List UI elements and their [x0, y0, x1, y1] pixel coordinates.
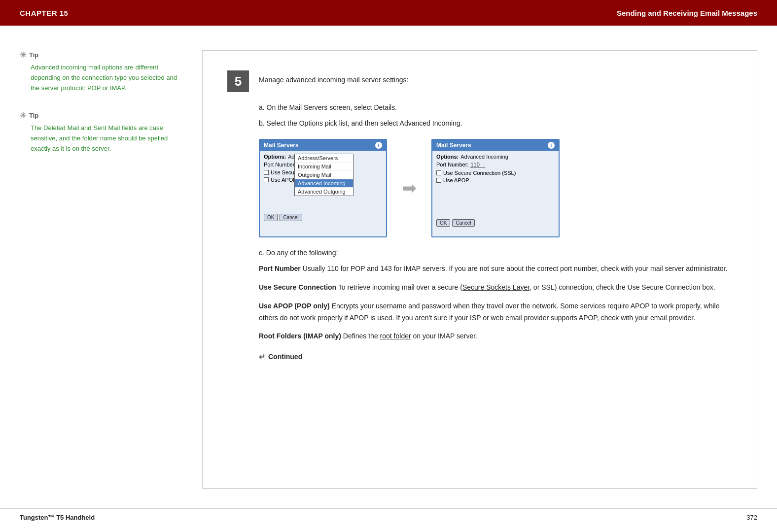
page-header: CHAPTER 15 Sending and Receiving Email M… — [0, 0, 777, 26]
right-port-label: Port Number: — [436, 162, 468, 167]
left-apop-label: Use APOP — [271, 177, 297, 183]
right-screen-header: Mail Servers i — [432, 140, 559, 151]
field-name-apop: Use APOP (POP only) — [259, 302, 330, 310]
dropdown-item-5[interactable]: Advanced Outgoing — [295, 188, 353, 196]
sidebar: ✳ Tip Advanced incoming mail options are… — [20, 50, 187, 489]
page-body: ✳ Tip Advanced incoming mail options are… — [0, 26, 777, 508]
footer-brand: Tungsten™ T5 Handheld — [20, 514, 95, 521]
left-secure-checkbox[interactable] — [264, 170, 269, 175]
continued-block: ↵ Continued — [259, 350, 732, 364]
right-cancel-button[interactable]: Cancel — [452, 219, 474, 227]
dropdown-item-3[interactable]: Outgoing Mail — [295, 171, 353, 179]
left-screen-body: Options: Address/Servers ▼ Port Number: … — [260, 151, 386, 212]
dropdown-item-2[interactable]: Incoming Mail — [295, 163, 353, 171]
field-root-folders: Root Folders (IMAP only) Defines the roo… — [259, 331, 732, 342]
right-apop-checkbox[interactable] — [436, 178, 441, 183]
field-name-secure: Use Secure Connection — [259, 283, 336, 291]
left-ok-button[interactable]: OK — [264, 214, 278, 221]
dropdown-popup: Address/Servers Incoming Mail Outgoing M… — [294, 154, 353, 196]
screenshots-row: Mail Servers i Options: Address/Servers … — [259, 139, 732, 237]
left-options-label: Options: — [264, 154, 286, 160]
right-options-label: Options: — [436, 154, 459, 160]
left-apop-checkbox[interactable] — [264, 177, 269, 182]
left-port-label: Port Number: — [264, 162, 296, 167]
tip-star-icon-2: ✳ — [20, 111, 26, 120]
right-screen-title: Mail Servers — [436, 142, 471, 149]
field-name-port: Port Number — [259, 265, 301, 272]
step-row: 5 Manage advanced incoming mail server s… — [227, 70, 732, 92]
right-options-dropdown[interactable]: Advanced Incoming — [460, 154, 508, 160]
field-desc-root-2: on your IMAP server. — [411, 332, 477, 340]
tip-label-2: Tip — [29, 112, 38, 119]
step-item-b: b. Select the Options pick list, and the… — [259, 118, 732, 129]
right-port-row: Port Number: 110 — [436, 162, 555, 168]
chapter-title: CHAPTER 15 — [20, 9, 68, 17]
main-content: 5 Manage advanced incoming mail server s… — [202, 50, 757, 489]
right-options-value: Advanced Incoming — [460, 154, 508, 160]
right-ok-button[interactable]: OK — [436, 219, 450, 227]
right-secure-checkbox[interactable] — [436, 170, 441, 175]
section-title: Sending and Receiving Email Messages — [617, 9, 757, 17]
continued-icon: ↵ — [259, 350, 265, 364]
left-info-icon: i — [375, 142, 382, 149]
step-c-text: c. Do any of the following: — [259, 247, 732, 258]
tip-text-1: Advanced incoming mail options are diffe… — [20, 63, 187, 93]
right-screen-body: Options: Advanced Incoming Port Number: … — [432, 151, 559, 217]
right-apop-label: Use APOP — [443, 177, 469, 183]
tip-header-2: ✳ Tip — [20, 111, 187, 120]
left-palm-screen: Mail Servers i Options: Address/Servers … — [259, 139, 387, 237]
dropdown-item-1[interactable]: Address/Servers — [295, 154, 353, 163]
secure-sockets-layer-link[interactable]: Secure Sockets Layer — [462, 283, 530, 291]
right-screen-footer: OK Cancel — [432, 217, 559, 230]
right-palm-screen: Mail Servers i Options: Advanced Incomin… — [431, 139, 560, 237]
tip-star-icon-1: ✳ — [20, 50, 26, 60]
tip-block-1: ✳ Tip Advanced incoming mail options are… — [20, 50, 187, 93]
tip-header-1: ✳ Tip — [20, 50, 187, 60]
left-screen-title: Mail Servers — [264, 142, 299, 149]
left-secure-label: Use Secur — [271, 169, 296, 175]
left-screen-footer: OK Cancel — [260, 212, 386, 224]
step-item-a: a. On the Mail Servers screen, select De… — [259, 102, 732, 113]
right-info-icon: i — [548, 142, 555, 149]
right-options-row: Options: Advanced Incoming — [436, 154, 555, 160]
continued-label: Continued — [268, 351, 302, 363]
field-desc-port: Usually 110 for POP and 143 for IMAP ser… — [303, 265, 728, 272]
step-item-c-label: c. Do any of the following: — [259, 247, 732, 258]
page-footer: Tungsten™ T5 Handheld 372 — [0, 508, 777, 526]
tip-label-1: Tip — [29, 51, 38, 59]
step-items: a. On the Mail Servers screen, select De… — [259, 102, 732, 129]
field-name-root: Root Folders (IMAP only) — [259, 332, 341, 340]
field-desc-root: Defines the — [343, 332, 380, 340]
field-port-number: Port Number Usually 110 for POP and 143 … — [259, 263, 732, 275]
left-cancel-button[interactable]: Cancel — [280, 214, 302, 221]
step-intro: Manage advanced incoming mail server set… — [259, 70, 409, 85]
tip-block-2: ✳ Tip The Deleted Mail and Sent Mail fie… — [20, 111, 187, 154]
left-screen-header: Mail Servers i — [260, 140, 386, 151]
tip-text-2: The Deleted Mail and Sent Mail fields ar… — [20, 123, 187, 154]
root-folder-link[interactable]: root folder — [380, 332, 411, 340]
field-use-apop: Use APOP (POP only) Encrypts your userna… — [259, 300, 732, 324]
field-use-secure: Use Secure Connection To retrieve incomi… — [259, 282, 732, 294]
right-secure-row: Use Secure Connection (SSL) — [436, 170, 555, 176]
right-secure-label: Use Secure Connection (SSL) — [443, 170, 516, 176]
field-desc-secure-2: , or SSL) connection, check the Use Secu… — [530, 283, 715, 291]
right-apop-row: Use APOP — [436, 177, 555, 183]
page-number: 372 — [746, 514, 757, 521]
field-desc-secure: To retrieve incoming mail over a secure … — [338, 283, 462, 291]
step-number: 5 — [227, 70, 249, 92]
dropdown-item-4[interactable]: Advanced Incoming — [295, 179, 353, 188]
right-port-value[interactable]: 110 — [470, 162, 485, 168]
right-arrow-icon: ➡ — [402, 178, 417, 199]
step-c-content: Port Number Usually 110 for POP and 143 … — [259, 263, 732, 364]
